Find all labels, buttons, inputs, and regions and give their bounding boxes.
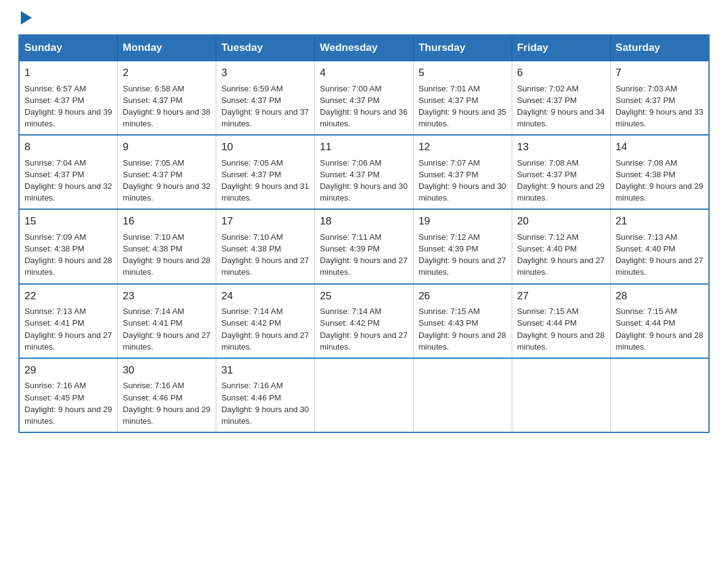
- calendar-day-cell: 5Sunrise: 7:01 AMSunset: 4:37 PMDaylight…: [413, 61, 512, 135]
- day-number: 22: [25, 289, 112, 304]
- day-info: Sunrise: 6:58 AMSunset: 4:37 PMDaylight:…: [123, 83, 211, 130]
- calendar-day-cell: 31Sunrise: 7:16 AMSunset: 4:46 PMDayligh…: [216, 358, 315, 432]
- day-number: 24: [221, 289, 309, 304]
- day-number: 6: [517, 66, 605, 81]
- calendar-day-cell: 18Sunrise: 7:11 AMSunset: 4:39 PMDayligh…: [315, 209, 414, 283]
- calendar-day-cell: 25Sunrise: 7:14 AMSunset: 4:42 PMDayligh…: [315, 284, 414, 358]
- calendar-day-cell: 8Sunrise: 7:04 AMSunset: 4:37 PMDaylight…: [19, 135, 118, 209]
- day-number: 20: [517, 214, 605, 229]
- calendar-day-cell: 14Sunrise: 7:08 AMSunset: 4:38 PMDayligh…: [610, 135, 709, 209]
- calendar-day-cell: 10Sunrise: 7:05 AMSunset: 4:37 PMDayligh…: [216, 135, 315, 209]
- day-info: Sunrise: 7:15 AMSunset: 4:44 PMDaylight:…: [517, 305, 605, 353]
- day-number: 8: [25, 140, 112, 155]
- day-number: 19: [419, 214, 507, 229]
- calendar-day-cell: 6Sunrise: 7:02 AMSunset: 4:37 PMDaylight…: [512, 61, 610, 135]
- day-number: 15: [25, 214, 112, 229]
- day-number: 1: [25, 66, 112, 81]
- day-number: 18: [320, 214, 408, 229]
- day-number: 4: [320, 66, 408, 81]
- day-info: Sunrise: 7:14 AMSunset: 4:42 PMDaylight:…: [221, 305, 309, 353]
- day-info: Sunrise: 7:06 AMSunset: 4:37 PMDaylight:…: [320, 157, 408, 204]
- day-info: Sunrise: 7:08 AMSunset: 4:38 PMDaylight:…: [616, 157, 703, 204]
- column-header-friday: Friday: [512, 35, 610, 61]
- calendar-day-cell: 27Sunrise: 7:15 AMSunset: 4:44 PMDayligh…: [512, 284, 610, 358]
- calendar-day-cell: 7Sunrise: 7:03 AMSunset: 4:37 PMDaylight…: [610, 61, 709, 135]
- day-number: 10: [221, 140, 309, 155]
- day-info: Sunrise: 7:05 AMSunset: 4:37 PMDaylight:…: [123, 157, 211, 204]
- page-header: [18, 12, 710, 23]
- calendar-day-cell: 23Sunrise: 7:14 AMSunset: 4:41 PMDayligh…: [118, 284, 216, 358]
- logo-triangle-icon: [21, 11, 32, 25]
- day-info: Sunrise: 7:07 AMSunset: 4:37 PMDaylight:…: [419, 157, 507, 204]
- day-info: Sunrise: 7:15 AMSunset: 4:43 PMDaylight:…: [419, 305, 507, 353]
- calendar-day-cell: 21Sunrise: 7:13 AMSunset: 4:40 PMDayligh…: [610, 209, 709, 283]
- day-info: Sunrise: 7:03 AMSunset: 4:37 PMDaylight:…: [616, 83, 703, 130]
- logo: [18, 12, 32, 23]
- day-number: 11: [320, 140, 408, 155]
- day-number: 9: [123, 140, 211, 155]
- calendar-day-cell: 22Sunrise: 7:13 AMSunset: 4:41 PMDayligh…: [19, 284, 118, 358]
- column-header-tuesday: Tuesday: [216, 35, 315, 61]
- day-info: Sunrise: 7:10 AMSunset: 4:38 PMDaylight:…: [221, 231, 309, 278]
- day-number: 30: [123, 363, 211, 378]
- day-info: Sunrise: 7:05 AMSunset: 4:37 PMDaylight:…: [221, 157, 309, 204]
- day-info: Sunrise: 7:15 AMSunset: 4:44 PMDaylight:…: [616, 305, 703, 353]
- calendar-week-row: 29Sunrise: 7:16 AMSunset: 4:45 PMDayligh…: [19, 358, 709, 432]
- calendar-day-cell: 15Sunrise: 7:09 AMSunset: 4:38 PMDayligh…: [19, 209, 118, 283]
- day-info: Sunrise: 7:08 AMSunset: 4:37 PMDaylight:…: [517, 157, 605, 204]
- calendar-day-cell: 20Sunrise: 7:12 AMSunset: 4:40 PMDayligh…: [512, 209, 610, 283]
- calendar-week-row: 15Sunrise: 7:09 AMSunset: 4:38 PMDayligh…: [19, 209, 709, 283]
- column-header-monday: Monday: [118, 35, 216, 61]
- column-header-sunday: Sunday: [19, 35, 118, 61]
- day-number: 17: [221, 214, 309, 229]
- day-number: 7: [616, 66, 703, 81]
- column-header-saturday: Saturday: [610, 35, 709, 61]
- calendar-day-cell: 17Sunrise: 7:10 AMSunset: 4:38 PMDayligh…: [216, 209, 315, 283]
- day-info: Sunrise: 6:59 AMSunset: 4:37 PMDaylight:…: [221, 83, 309, 130]
- column-header-wednesday: Wednesday: [315, 35, 414, 61]
- calendar-empty-cell: [512, 358, 610, 432]
- calendar-day-cell: 12Sunrise: 7:07 AMSunset: 4:37 PMDayligh…: [413, 135, 512, 209]
- calendar-day-cell: 1Sunrise: 6:57 AMSunset: 4:37 PMDaylight…: [19, 61, 118, 135]
- day-info: Sunrise: 6:57 AMSunset: 4:37 PMDaylight:…: [25, 83, 112, 130]
- day-info: Sunrise: 7:16 AMSunset: 4:46 PMDaylight:…: [123, 380, 211, 427]
- column-header-thursday: Thursday: [413, 35, 512, 61]
- day-info: Sunrise: 7:13 AMSunset: 4:41 PMDaylight:…: [25, 305, 112, 353]
- calendar-day-cell: 24Sunrise: 7:14 AMSunset: 4:42 PMDayligh…: [216, 284, 315, 358]
- calendar-week-row: 8Sunrise: 7:04 AMSunset: 4:37 PMDaylight…: [19, 135, 709, 209]
- day-info: Sunrise: 7:13 AMSunset: 4:40 PMDaylight:…: [616, 231, 703, 278]
- day-number: 25: [320, 289, 408, 304]
- calendar-day-cell: 28Sunrise: 7:15 AMSunset: 4:44 PMDayligh…: [610, 284, 709, 358]
- day-info: Sunrise: 7:14 AMSunset: 4:41 PMDaylight:…: [123, 305, 211, 353]
- day-number: 14: [616, 140, 703, 155]
- day-info: Sunrise: 7:14 AMSunset: 4:42 PMDaylight:…: [320, 305, 408, 353]
- day-info: Sunrise: 7:09 AMSunset: 4:38 PMDaylight:…: [25, 231, 112, 278]
- day-number: 27: [517, 289, 605, 304]
- day-info: Sunrise: 7:16 AMSunset: 4:45 PMDaylight:…: [25, 380, 112, 427]
- day-info: Sunrise: 7:00 AMSunset: 4:37 PMDaylight:…: [320, 83, 408, 130]
- calendar-day-cell: 4Sunrise: 7:00 AMSunset: 4:37 PMDaylight…: [315, 61, 414, 135]
- calendar-header-row: SundayMondayTuesdayWednesdayThursdayFrid…: [19, 35, 709, 61]
- calendar-day-cell: 30Sunrise: 7:16 AMSunset: 4:46 PMDayligh…: [118, 358, 216, 432]
- calendar-week-row: 22Sunrise: 7:13 AMSunset: 4:41 PMDayligh…: [19, 284, 709, 358]
- day-info: Sunrise: 7:12 AMSunset: 4:39 PMDaylight:…: [419, 231, 507, 278]
- calendar-day-cell: 29Sunrise: 7:16 AMSunset: 4:45 PMDayligh…: [19, 358, 118, 432]
- calendar-week-row: 1Sunrise: 6:57 AMSunset: 4:37 PMDaylight…: [19, 61, 709, 135]
- day-number: 31: [221, 363, 309, 378]
- calendar-day-cell: 13Sunrise: 7:08 AMSunset: 4:37 PMDayligh…: [512, 135, 610, 209]
- day-info: Sunrise: 7:04 AMSunset: 4:37 PMDaylight:…: [25, 157, 112, 204]
- calendar-empty-cell: [413, 358, 512, 432]
- calendar-empty-cell: [315, 358, 414, 432]
- day-number: 3: [221, 66, 309, 81]
- day-number: 12: [419, 140, 507, 155]
- day-info: Sunrise: 7:01 AMSunset: 4:37 PMDaylight:…: [419, 83, 507, 130]
- day-number: 23: [123, 289, 211, 304]
- day-info: Sunrise: 7:12 AMSunset: 4:40 PMDaylight:…: [517, 231, 605, 278]
- calendar-empty-cell: [610, 358, 709, 432]
- calendar-day-cell: 2Sunrise: 6:58 AMSunset: 4:37 PMDaylight…: [118, 61, 216, 135]
- day-number: 21: [616, 214, 703, 229]
- calendar-day-cell: 26Sunrise: 7:15 AMSunset: 4:43 PMDayligh…: [413, 284, 512, 358]
- calendar-day-cell: 16Sunrise: 7:10 AMSunset: 4:38 PMDayligh…: [118, 209, 216, 283]
- day-info: Sunrise: 7:16 AMSunset: 4:46 PMDaylight:…: [221, 380, 309, 427]
- day-number: 2: [123, 66, 211, 81]
